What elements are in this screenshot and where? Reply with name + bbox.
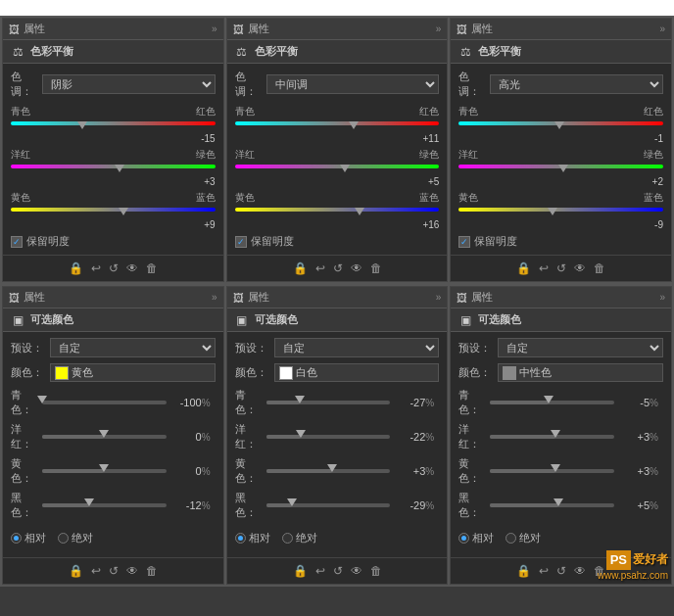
lock-icon[interactable]: 🔒 <box>69 261 83 275</box>
num-slider-thumb[interactable] <box>551 464 560 472</box>
history-forward-icon[interactable]: ↺ <box>333 261 343 275</box>
visibility-icon[interactable]: 👁 <box>351 261 362 275</box>
tone-select[interactable]: 阴影 <box>42 74 216 94</box>
radio-relative-circle[interactable] <box>235 533 246 544</box>
slider-track-wrap[interactable] <box>11 208 216 217</box>
slider-track-wrap[interactable] <box>11 121 216 131</box>
lock-icon[interactable]: 🔒 <box>293 261 308 275</box>
history-back-icon[interactable]: ↩ <box>91 564 101 578</box>
num-slider-thumb[interactable] <box>544 396 554 403</box>
history-back-icon[interactable]: ↩ <box>91 261 101 275</box>
radio-absolute-circle[interactable] <box>506 533 516 544</box>
slider-thumb[interactable] <box>115 165 124 172</box>
delete-icon[interactable]: 🗑 <box>146 261 158 275</box>
preserve-brightness-checkbox[interactable]: ✓ <box>11 236 23 248</box>
site-url: www.psahz.com <box>598 570 668 581</box>
visibility-icon[interactable]: 👁 <box>574 564 586 578</box>
num-slider-thumb[interactable] <box>99 464 109 472</box>
num-slider-thumb[interactable] <box>84 498 94 506</box>
slider-track-wrap[interactable] <box>235 208 440 217</box>
preset-select[interactable]: 自定 <box>498 338 663 357</box>
radio-absolute-circle[interactable] <box>282 533 293 544</box>
radio-absolute-circle[interactable] <box>58 533 69 544</box>
visibility-icon[interactable]: 👁 <box>126 564 138 578</box>
history-back-icon[interactable]: ↩ <box>315 261 325 275</box>
history-forward-icon[interactable]: ↺ <box>109 261 119 275</box>
visibility-icon[interactable]: 👁 <box>126 261 138 275</box>
slider-track-wrap[interactable] <box>458 165 663 174</box>
expand-icon[interactable]: » <box>436 292 442 303</box>
preserve-brightness-checkbox[interactable]: ✓ <box>458 236 470 248</box>
history-forward-icon[interactable]: ↺ <box>556 261 566 275</box>
preserve-brightness-checkbox[interactable]: ✓ <box>235 236 247 248</box>
num-slider-wrap[interactable] <box>42 464 167 478</box>
slider-thumb[interactable] <box>349 121 359 129</box>
expand-icon[interactable]: » <box>212 292 217 303</box>
num-slider-wrap[interactable] <box>490 430 614 444</box>
num-slider-wrap[interactable] <box>42 396 167 409</box>
num-slider-thumb[interactable] <box>295 396 305 403</box>
lock-icon[interactable]: 🔒 <box>293 564 308 578</box>
history-forward-icon[interactable]: ↺ <box>333 564 343 578</box>
expand-icon[interactable]: » <box>212 24 217 34</box>
preset-select[interactable]: 自定 <box>274 338 440 357</box>
history-back-icon[interactable]: ↩ <box>539 564 549 578</box>
slider-thumb[interactable] <box>340 165 350 172</box>
slider-track-wrap[interactable] <box>235 121 440 131</box>
delete-icon[interactable]: 🗑 <box>146 564 158 578</box>
delete-icon[interactable]: 🗑 <box>370 261 382 275</box>
num-slider-thumb[interactable] <box>554 498 563 506</box>
radio-relative-circle[interactable] <box>11 533 22 544</box>
num-slider-wrap[interactable] <box>490 498 614 512</box>
num-slider-wrap[interactable] <box>266 498 391 512</box>
radio-absolute[interactable]: 绝对 <box>58 531 93 545</box>
history-back-icon[interactable]: ↩ <box>539 261 549 275</box>
slider-thumb[interactable] <box>355 208 364 215</box>
expand-icon[interactable]: » <box>659 24 665 34</box>
tone-select[interactable]: 高光 <box>490 74 663 94</box>
num-slider-wrap[interactable] <box>490 396 614 409</box>
num-slider-thumb[interactable] <box>551 430 560 438</box>
delete-icon[interactable]: 🗑 <box>594 261 605 275</box>
num-slider-wrap[interactable] <box>42 430 167 444</box>
delete-icon[interactable]: 🗑 <box>370 564 382 578</box>
slider-thumb[interactable] <box>119 208 128 215</box>
num-slider-thumb[interactable] <box>99 430 109 438</box>
visibility-icon[interactable]: 👁 <box>351 564 362 578</box>
num-slider-thumb[interactable] <box>287 498 297 506</box>
slider-track-wrap[interactable] <box>458 121 663 131</box>
num-slider-thumb[interactable] <box>296 430 306 438</box>
slider-track-wrap[interactable] <box>235 165 440 174</box>
num-slider-wrap[interactable] <box>490 464 614 478</box>
radio-relative-circle[interactable] <box>458 533 469 544</box>
num-slider-wrap[interactable] <box>266 430 391 444</box>
lock-icon[interactable]: 🔒 <box>516 261 531 275</box>
history-back-icon[interactable]: ↩ <box>315 564 325 578</box>
radio-absolute[interactable]: 绝对 <box>282 531 317 545</box>
num-slider-thumb[interactable] <box>327 464 337 472</box>
radio-relative[interactable]: 相对 <box>458 531 494 545</box>
expand-icon[interactable]: » <box>659 292 665 303</box>
preset-select[interactable]: 自定 <box>50 338 216 357</box>
slider-track-wrap[interactable] <box>11 165 216 174</box>
radio-relative[interactable]: 相对 <box>11 531 46 545</box>
history-forward-icon[interactable]: ↺ <box>109 564 119 578</box>
visibility-icon[interactable]: 👁 <box>574 261 586 275</box>
num-slider-wrap[interactable] <box>42 498 167 512</box>
num-slider-wrap[interactable] <box>266 464 391 478</box>
num-slider-thumb[interactable] <box>37 396 47 403</box>
slider-thumb[interactable] <box>77 121 87 129</box>
radio-absolute[interactable]: 绝对 <box>506 531 541 545</box>
slider-thumb[interactable] <box>548 208 557 215</box>
lock-icon[interactable]: 🔒 <box>69 564 83 578</box>
expand-icon[interactable]: » <box>436 24 442 34</box>
radio-relative[interactable]: 相对 <box>235 531 270 545</box>
tone-select[interactable]: 中间调 <box>266 74 440 94</box>
slider-thumb[interactable] <box>558 165 568 172</box>
color-value: 黄色 <box>72 365 93 380</box>
slider-thumb[interactable] <box>554 121 564 129</box>
num-slider-wrap[interactable] <box>266 396 391 409</box>
slider-track-wrap[interactable] <box>458 208 663 217</box>
history-forward-icon[interactable]: ↺ <box>556 564 566 578</box>
lock-icon[interactable]: 🔒 <box>516 564 531 578</box>
